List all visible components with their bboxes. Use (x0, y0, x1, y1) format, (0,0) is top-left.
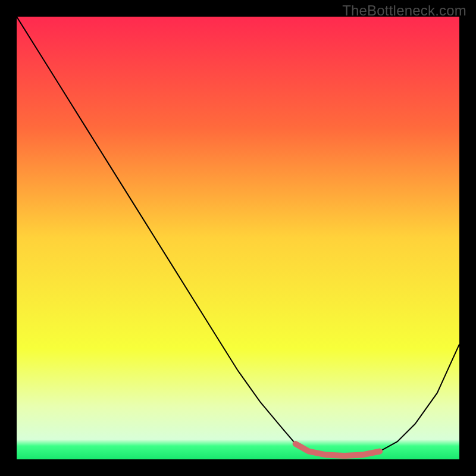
watermark-label: TheBottleneck.com (342, 2, 466, 19)
chart-frame: TheBottleneck.com (0, 0, 476, 476)
plot-svg (17, 17, 459, 459)
gradient-background (17, 17, 459, 459)
plot-area (17, 17, 459, 459)
